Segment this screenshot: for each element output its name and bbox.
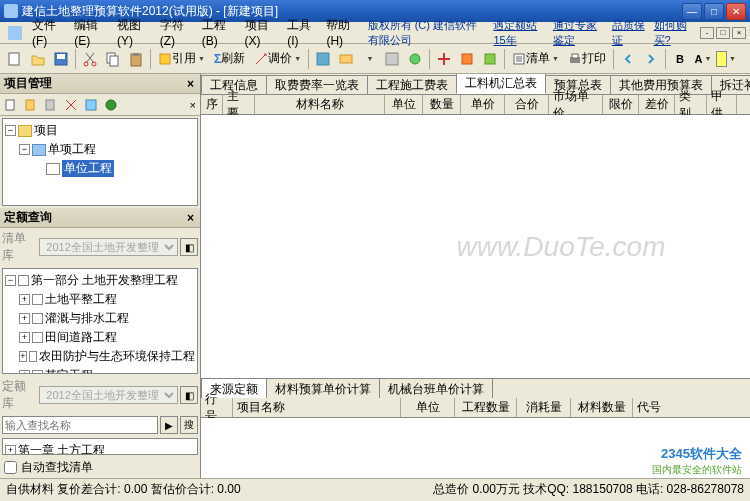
- pt-btn2[interactable]: [22, 96, 40, 114]
- menu-help[interactable]: 帮助(H): [320, 15, 363, 50]
- link-1[interactable]: 遇定额站15年: [489, 18, 549, 48]
- link-4[interactable]: 如何购买?: [650, 18, 696, 48]
- tb-cut[interactable]: [79, 48, 101, 70]
- tab-construction[interactable]: 工程施工费表: [367, 75, 457, 94]
- quota-lib-btn[interactable]: ◧: [180, 238, 198, 256]
- tb-icon7[interactable]: [456, 48, 478, 70]
- svg-rect-9: [133, 53, 139, 56]
- mdi-minimize[interactable]: -: [700, 27, 714, 39]
- tb-quote[interactable]: 引用▼: [154, 50, 209, 67]
- project-tree[interactable]: −项目 −单项工程 单位工程: [2, 118, 198, 206]
- search-input[interactable]: [2, 416, 158, 434]
- menu-edit[interactable]: 编辑(E): [68, 15, 111, 50]
- tb-list-label: 清单: [526, 50, 550, 67]
- col-cat[interactable]: 类别: [675, 95, 707, 114]
- col-diff[interactable]: 差价: [639, 95, 675, 114]
- bcol-name[interactable]: 项目名称: [233, 398, 401, 417]
- col-price[interactable]: 单价: [461, 95, 505, 114]
- bcol-unit[interactable]: 单位: [401, 398, 455, 417]
- pt-btn3[interactable]: [42, 96, 60, 114]
- tb-copy[interactable]: [102, 48, 124, 70]
- tb-color-swatch[interactable]: ▼: [715, 48, 737, 70]
- tb-color-a[interactable]: A▼: [692, 48, 714, 70]
- project-panel-close[interactable]: ×: [185, 77, 196, 91]
- tb-icon1[interactable]: [312, 48, 334, 70]
- bcol-code[interactable]: 代号: [633, 398, 750, 417]
- svg-rect-12: [340, 55, 352, 63]
- pt-close[interactable]: ×: [188, 99, 198, 111]
- menu-view[interactable]: 视图(Y): [111, 15, 154, 50]
- menu-tools[interactable]: 工具(I): [281, 15, 320, 50]
- pt-btn4[interactable]: [62, 96, 80, 114]
- tb-refresh[interactable]: Σ刷新: [210, 50, 249, 67]
- ch1[interactable]: +第一章 土方工程: [5, 441, 195, 455]
- quota-query-close[interactable]: ×: [185, 211, 196, 225]
- quota-tree[interactable]: −第一部分 土地开发整理工程 +土地平整工程 +灌溉与排水工程 +田间道路工程 …: [2, 268, 198, 374]
- quotalib-btn[interactable]: ◧: [180, 386, 198, 404]
- tb-list[interactable]: 清单▼: [508, 50, 563, 67]
- tab-fee-rate[interactable]: 取费费率一览表: [266, 75, 368, 94]
- tb-new[interactable]: [4, 48, 26, 70]
- tb-bold[interactable]: B: [669, 48, 691, 70]
- col-main[interactable]: 主要: [223, 95, 255, 114]
- qt-p1c2[interactable]: +灌溉与排水工程: [5, 309, 195, 328]
- col-limit[interactable]: 限价: [603, 95, 639, 114]
- tb-print[interactable]: 打印: [564, 50, 610, 67]
- tb-icon3[interactable]: ▼: [358, 48, 380, 70]
- bcol-engqty[interactable]: 工程数量: [455, 398, 517, 417]
- col-unit[interactable]: 单位: [385, 95, 423, 114]
- qt-p1c3[interactable]: +田间道路工程: [5, 328, 195, 347]
- tree-sub1[interactable]: −单项工程: [5, 140, 195, 159]
- pt-btn1[interactable]: [2, 96, 20, 114]
- search-btn[interactable]: ▶: [160, 416, 178, 434]
- mdi-restore[interactable]: □: [716, 27, 730, 39]
- tree-root[interactable]: −项目: [5, 121, 195, 140]
- col-matname[interactable]: 材料名称: [255, 95, 385, 114]
- bcol-matqty[interactable]: 材料数量: [571, 398, 633, 417]
- col-seq[interactable]: 序: [201, 95, 223, 114]
- qt-p1c1[interactable]: +土地平整工程: [5, 290, 195, 309]
- col-mktprice[interactable]: 市场单价: [549, 95, 603, 114]
- tb-save[interactable]: [50, 48, 72, 70]
- col-more[interactable]: …: [737, 95, 750, 114]
- bcol-row[interactable]: 行号: [201, 398, 233, 417]
- svg-rect-15: [462, 54, 472, 64]
- pt-btn5[interactable]: [82, 96, 100, 114]
- close-button[interactable]: ✕: [726, 3, 746, 20]
- tb-icon4[interactable]: [381, 48, 403, 70]
- tb-open[interactable]: [27, 48, 49, 70]
- mdi-close[interactable]: ×: [732, 27, 746, 39]
- tb-forward[interactable]: [640, 48, 662, 70]
- qt-p1c4[interactable]: +农田防护与生态环境保持工程: [5, 347, 195, 366]
- auto-find-check[interactable]: [4, 461, 17, 474]
- search-btn2[interactable]: 搜: [180, 416, 198, 434]
- qt-part1[interactable]: −第一部分 土地开发整理工程: [5, 271, 195, 290]
- tb-icon6[interactable]: [433, 48, 455, 70]
- link-2[interactable]: 通过专家鉴定: [549, 18, 608, 48]
- menu-file[interactable]: 文件(F): [26, 15, 68, 50]
- tb-icon8[interactable]: [479, 48, 501, 70]
- menu-project[interactable]: 项目(X): [239, 15, 282, 50]
- tab-material-summary[interactable]: 工料机汇总表: [456, 74, 546, 94]
- menu-char[interactable]: 字符(Z): [154, 15, 196, 50]
- tb-paste[interactable]: [125, 48, 147, 70]
- bottom-grid-body[interactable]: [201, 418, 750, 478]
- maximize-button[interactable]: □: [704, 3, 724, 20]
- col-supply[interactable]: 甲供: [707, 95, 737, 114]
- tb-icon5[interactable]: [404, 48, 426, 70]
- tree-sub2[interactable]: 单位工程: [5, 159, 195, 178]
- menu-engineering[interactable]: 工程(B): [196, 15, 239, 50]
- col-total[interactable]: 合价: [505, 95, 549, 114]
- tb-icon2[interactable]: [335, 48, 357, 70]
- quota-lib-combo[interactable]: 2012全国土地开发整理: [39, 238, 178, 256]
- pt-btn6[interactable]: [102, 96, 120, 114]
- main-grid-body[interactable]: www.DuoTe.com: [201, 115, 750, 378]
- bcol-consume[interactable]: 消耗量: [517, 398, 571, 417]
- col-qty[interactable]: 数量: [423, 95, 461, 114]
- qt-p1c5[interactable]: +其它工程: [5, 366, 195, 374]
- tb-adjust[interactable]: 调价▼: [250, 50, 305, 67]
- quotalib-combo[interactable]: 2012全国土地开发整理: [39, 386, 178, 404]
- tb-back[interactable]: [617, 48, 639, 70]
- chapters-tree[interactable]: +第一章 土方工程 +第二章 石方工程 +第三章 砌体工程 +第四章 混凝土工程…: [2, 438, 198, 455]
- link-3[interactable]: 品质保证: [608, 18, 650, 48]
